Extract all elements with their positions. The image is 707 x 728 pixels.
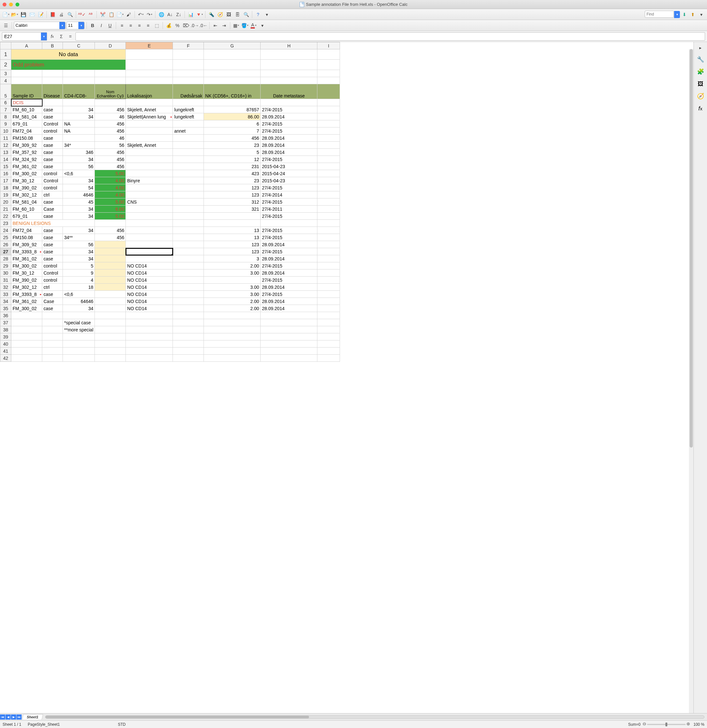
cell-B14[interactable]: case [42,156,63,163]
cell-I5[interactable] [317,84,340,99]
cell-A32[interactable]: FM_302_12 [11,284,42,291]
col-header-E[interactable]: E [126,42,173,49]
insert-chart-button[interactable]: 📊 [187,11,195,19]
close-window-button[interactable] [3,3,6,6]
cell-H37[interactable] [261,319,317,326]
cell-A14[interactable]: FM_324_92 [11,156,42,163]
fontcolor-button[interactable]: A [250,22,257,29]
cell-F20[interactable] [173,198,204,205]
cell-H27[interactable]: 27/4-2015 [261,248,317,255]
zoom-button[interactable]: 🔍 [242,11,250,19]
row-header-34[interactable]: 34 [0,298,11,305]
paste-button[interactable]: 📄 [116,11,124,19]
cell-H5[interactable]: Date metastase [261,84,317,99]
cell-A28[interactable]: FM_361_02 [11,255,42,262]
cell-E12[interactable]: Skjelett, Annet [126,142,173,149]
cell-A27[interactable]: FM_3393_8 [11,248,42,255]
row-header-36[interactable]: 36 [0,312,11,319]
cell-A12[interactable]: FM_309_92 [11,142,42,149]
cell-H4[interactable] [261,77,317,84]
cell-F37[interactable] [173,319,204,326]
row-header-31[interactable]: 31 [0,277,11,284]
cell-A15[interactable]: FM_361_02 [11,163,42,170]
cell-A33[interactable]: FM_3393_8 [11,291,42,298]
edit-mode-button[interactable]: 📝 [37,11,45,19]
cell-D33[interactable] [95,291,126,298]
cell-E13[interactable] [126,149,173,156]
cell-D10[interactable]: 456 [95,127,126,134]
cell-B12[interactable]: case [42,142,63,149]
minimize-window-button[interactable] [9,3,13,6]
italic-button[interactable]: I [97,22,105,29]
cell-E20[interactable]: CNS [126,198,173,205]
cell-B25[interactable]: case [42,234,63,241]
remove-decimal-button[interactable]: .0← [200,22,208,29]
cell-C27[interactable]: 34 [63,248,95,255]
col-header-C[interactable]: C [63,42,95,49]
cell-I26[interactable] [317,241,340,248]
cell-G17[interactable]: 23 [204,177,261,184]
cell-A19[interactable]: FM_302_12 [11,191,42,198]
row-header-11[interactable]: 11 [0,134,11,142]
cell-H15[interactable]: 2015-04-23 [261,163,317,170]
cell-A21[interactable]: FM_60_10 [11,205,42,213]
cell-C17[interactable]: 34 [63,177,95,184]
row-header-2[interactable]: 2 [0,60,11,70]
cell-A23[interactable]: BENIGN LESIONS [11,220,95,227]
cell-H7[interactable]: 27/4-2015 [261,106,317,113]
cell-I15[interactable] [317,163,340,170]
cell-G7[interactable]: 87657 [204,106,261,113]
cell-A2[interactable]: Odd problem [11,60,126,70]
row-header-20[interactable]: 20 [0,198,11,205]
cell-B13[interactable]: case [42,149,63,156]
cell-E27[interactable] [126,248,173,255]
row-header-38[interactable]: 38 [0,326,11,333]
cell-C6[interactable] [63,99,95,106]
cell-C24[interactable]: 34 [63,227,95,234]
cell-C15[interactable]: 56 [63,163,95,170]
cell-F42[interactable] [173,355,204,362]
row-header-29[interactable]: 29 [0,262,11,269]
cell-I41[interactable] [317,348,340,355]
row-header-27[interactable]: 27 [0,248,11,255]
row-header-17[interactable]: 17 [0,177,11,184]
cell-C12[interactable]: 34* [63,142,95,149]
cell-B24[interactable]: case [42,227,63,234]
cell-A31[interactable]: FM_390_02 [11,277,42,284]
undo-button[interactable]: ↶ [137,11,144,19]
cell-D9[interactable]: 456 [95,120,126,127]
cell-B26[interactable]: case [42,241,63,248]
cell-G31[interactable] [204,277,261,284]
cell-C36[interactable] [63,312,95,319]
cell-D24[interactable]: 456 [95,227,126,234]
cell-B6[interactable] [42,99,63,106]
cell-H40[interactable] [261,341,317,348]
cell-G4[interactable] [204,77,261,84]
row-header-9[interactable]: 9 [0,120,11,127]
cell-H31[interactable]: 27/4-2015 [261,277,317,284]
cell-D22[interactable]: 5.00 [95,213,126,220]
cell-F4[interactable] [173,77,204,84]
row-header-33[interactable]: 33 [0,291,11,298]
cell-C3[interactable] [63,70,95,77]
cell-A25[interactable]: FM150.08 [11,234,42,241]
cell-G22[interactable] [204,213,261,220]
cell-B33[interactable]: case [42,291,63,298]
cell-F2[interactable] [173,60,204,70]
cell-H11[interactable]: 28.09.2014 [261,134,317,142]
cell-B11[interactable]: case [42,134,63,142]
navigator-icon[interactable]: 🧭 [696,92,705,101]
cell-H33[interactable]: 27/4-2015 [261,291,317,298]
cut-button[interactable]: ✂️ [99,11,107,19]
cell-C14[interactable]: 34 [63,156,95,163]
cell-B3[interactable] [42,70,63,77]
cell-I24[interactable] [317,227,340,234]
row-header-3[interactable]: 3 [0,70,11,77]
increase-indent-button[interactable]: ⇥ [220,22,228,29]
cell-H39[interactable] [261,333,317,341]
cell-C30[interactable]: 9 [63,269,95,277]
styles-button[interactable]: ☰ [2,22,10,29]
cell-H9[interactable]: 27/4-2015 [261,120,317,127]
cell-A26[interactable]: FM_309_92 [11,241,42,248]
email-doc-button[interactable]: ✉️ [28,11,36,19]
